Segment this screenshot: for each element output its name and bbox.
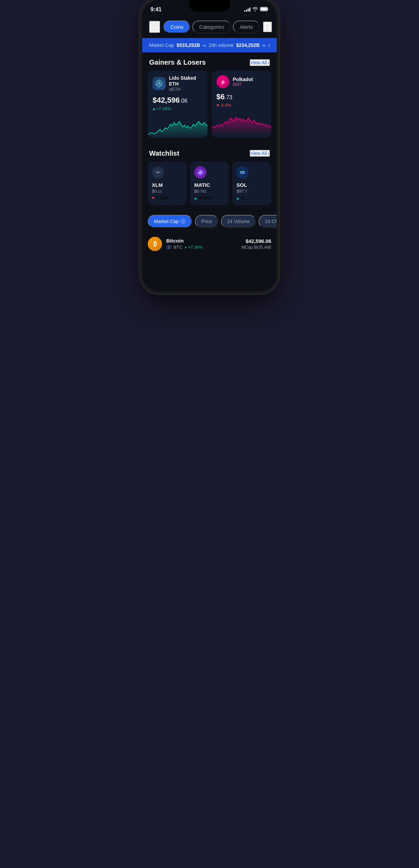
steth-logo xyxy=(153,77,166,90)
steth-card[interactable]: Lido Staked ETH stETH $42,596.06 +7.34% xyxy=(148,70,208,138)
tab-alerts[interactable]: Alerts xyxy=(233,21,260,33)
gainers-view-all[interactable]: View All › xyxy=(250,59,270,66)
sol-card[interactable]: SOL $97.7 +1. xyxy=(232,161,271,205)
matic-change: +8.93% xyxy=(194,196,225,200)
dot-symbol: DOT xyxy=(233,82,253,87)
steth-name-block: Lido Staked ETH stETH xyxy=(169,75,203,92)
sort-arrow-icon: ↓ xyxy=(180,218,186,224)
bitcoin-mcap: MCap $835.44B xyxy=(241,245,271,250)
sort-bar: Market Cap ↓ Price 24 Volume 24 Change xyxy=(142,211,277,232)
phone-frame: 9:41 xyxy=(142,0,277,292)
sol-change: +1. xyxy=(236,196,267,200)
sol-logo xyxy=(236,166,249,179)
market-divider-2: ∞ xyxy=(262,43,265,48)
watchlist-view-all[interactable]: View All › xyxy=(250,150,270,157)
steth-price: $42,596.06 xyxy=(153,96,203,105)
dot-chart xyxy=(212,111,272,134)
bitcoin-meta: 1 BTC +7.34% xyxy=(166,245,241,250)
status-time: 9:41 xyxy=(150,7,161,13)
bitcoin-symbol: BTC xyxy=(174,245,183,250)
market-banner-arrow: › xyxy=(268,42,270,48)
sort-marketcap[interactable]: Market Cap ↓ xyxy=(148,215,192,228)
bitcoin-rank: 1 xyxy=(166,245,172,249)
dot-header: p Polkadot DOT xyxy=(217,75,267,88)
gainers-title: Gainers & Losers xyxy=(149,59,206,66)
app-content: ← Coins Categories Alerts Market Cap $53… xyxy=(142,17,277,263)
steth-name: Lido Staked ETH xyxy=(169,75,203,87)
volume-label: 24h volume xyxy=(209,42,233,48)
steth-header: Lido Staked ETH stETH xyxy=(153,75,203,92)
bitcoin-info: Bitcoin 1 BTC +7.34% xyxy=(166,238,241,250)
dot-card[interactable]: p Polkadot DOT $6.73 -3.9% xyxy=(212,70,272,138)
xlm-logo: ✦ xyxy=(152,166,164,179)
back-button[interactable]: ← xyxy=(149,21,160,33)
watchlist-grid: ✦ XLM $0.11 -1.85% xyxy=(142,161,277,211)
watchlist-title: Watchlist xyxy=(149,150,179,157)
signal-icon xyxy=(244,8,250,12)
notch xyxy=(189,0,230,12)
status-icons xyxy=(244,7,269,13)
matic-logo xyxy=(194,166,207,179)
wifi-icon xyxy=(252,7,258,12)
bitcoin-right: $42,596.06 MCap $835.44B xyxy=(241,238,271,250)
tab-categories[interactable]: Categories xyxy=(192,21,231,33)
market-banner[interactable]: Market Cap $533,252B ∞ 24h volume $234,2… xyxy=(142,38,277,52)
svg-point-9 xyxy=(158,172,159,173)
dot-name-block: Polkadot DOT xyxy=(233,77,253,87)
sort-volume[interactable]: 24 Volume xyxy=(221,215,256,228)
battery-icon xyxy=(260,7,269,13)
sol-symbol: SOL xyxy=(236,182,267,188)
svg-text:p: p xyxy=(221,79,224,85)
dot-name: Polkadot xyxy=(233,77,253,82)
svg-text:₿: ₿ xyxy=(154,241,157,247)
market-divider-1: ∞ xyxy=(203,43,206,48)
gainers-grid: Lido Staked ETH stETH $42,596.06 +7.34% xyxy=(142,70,277,143)
xlm-symbol: XLM xyxy=(152,182,183,188)
gainers-section-header: Gainers & Losers View All › xyxy=(142,52,277,70)
market-cap-label: Market Cap xyxy=(149,42,174,48)
matic-symbol: MATIC xyxy=(194,182,225,188)
nav-tabs: Coins Categories Alerts xyxy=(163,21,260,33)
steth-symbol: stETH xyxy=(169,87,203,92)
dot-price: $6.73 xyxy=(217,92,267,101)
watchlist-section-header: Watchlist View All › xyxy=(142,143,277,161)
bitcoin-logo: ₿ xyxy=(148,237,162,251)
svg-point-10 xyxy=(197,169,204,176)
search-button[interactable] xyxy=(263,22,272,32)
steth-chart xyxy=(148,114,208,138)
market-cap-value: $533,252B xyxy=(176,42,200,48)
bitcoin-name: Bitcoin xyxy=(166,238,241,244)
market-banner-content: Market Cap $533,252B ∞ 24h volume $234,2… xyxy=(149,42,266,48)
matic-card[interactable]: MATIC $0.791 +8.93% xyxy=(190,161,229,205)
dot-logo: p xyxy=(217,75,230,88)
tab-coins[interactable]: Coins xyxy=(163,21,190,33)
xlm-price: $0.11 xyxy=(152,189,183,194)
steth-change: +7.34% xyxy=(153,106,203,111)
sort-price[interactable]: Price xyxy=(195,215,218,228)
dot-change: -3.9% xyxy=(217,103,267,108)
xlm-card[interactable]: ✦ XLM $0.11 -1.85% xyxy=(148,161,187,205)
sort-change[interactable]: 24 Change xyxy=(259,215,277,228)
xlm-change: -1.85% xyxy=(152,196,183,200)
bitcoin-price: $42,596.06 xyxy=(241,238,271,244)
bitcoin-change: +7.34% xyxy=(188,245,202,250)
matic-price: $0.791 xyxy=(194,189,225,194)
volume-value: $234,252B xyxy=(236,42,260,48)
bitcoin-list-item[interactable]: ₿ Bitcoin 1 BTC +7.34% $42,596.06 MCap $… xyxy=(142,232,277,256)
sol-price: $97.7 xyxy=(236,189,267,194)
nav-bar: ← Coins Categories Alerts xyxy=(142,17,277,38)
svg-rect-1 xyxy=(261,8,267,11)
